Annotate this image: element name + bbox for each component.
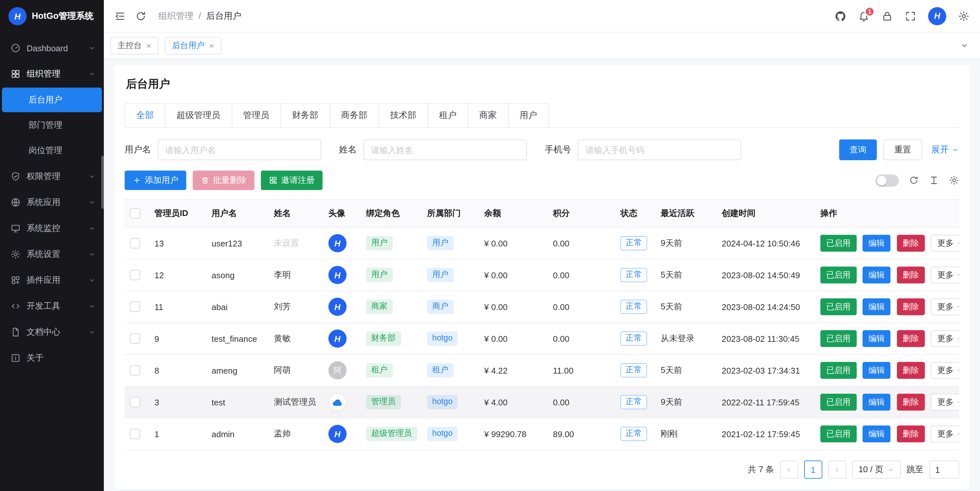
filter-tab[interactable]: 管理员 [231,103,281,127]
realname-input[interactable] [363,140,527,160]
enabled-button[interactable]: 已启用 [820,235,856,252]
sidebar-item-department[interactable]: 部门管理 [2,113,102,138]
cell-realname: 刘芳 [269,291,323,323]
more-button[interactable]: 更多 [931,394,959,411]
row-checkbox[interactable] [130,302,140,312]
invite-register-button[interactable]: 邀请注册 [261,171,323,190]
sidebar-item-plugin-app[interactable]: 插件应用 [0,267,104,293]
sidebar-item-doc-center[interactable]: 文档中心 [0,319,104,345]
edit-button[interactable]: 编辑 [862,394,891,411]
close-icon[interactable]: × [209,41,214,49]
filter-tab[interactable]: 商务部 [329,103,379,127]
sidebar-item-dashboard[interactable]: Dashboard [0,35,104,61]
filter-tab[interactable]: 超级管理员 [165,103,232,127]
delete-button[interactable]: 删除 [897,426,925,442]
sidebar-scrollbar[interactable] [101,156,104,209]
toggle-switch[interactable] [875,174,899,186]
app-logo[interactable]: H HotGo管理系统 [0,0,104,32]
query-button[interactable]: 查询 [839,140,877,160]
more-button[interactable]: 更多 [931,267,959,283]
sidebar-item-permission[interactable]: 权限管理 [0,164,104,189]
notifications-button[interactable]: 1 [858,10,870,22]
row-checkbox[interactable] [130,429,140,439]
close-icon[interactable]: × [146,41,151,49]
table-row[interactable]: 8 ameng 阿萌 阿 租户 租户 ¥ 4.22 11.00 正常 5天前 2… [125,354,959,386]
column-settings-icon[interactable] [949,175,959,186]
lock-screen-icon[interactable] [881,10,893,22]
edit-button[interactable]: 编辑 [862,330,891,347]
user-avatar[interactable]: H [928,7,946,25]
edit-button[interactable]: 编辑 [862,298,891,315]
edit-button[interactable]: 编辑 [862,426,891,442]
delete-button[interactable]: 删除 [897,235,925,252]
filter-tab[interactable]: 商家 [468,103,509,127]
delete-button[interactable]: 删除 [897,267,925,283]
filter-tab[interactable]: 租户 [427,103,468,127]
table-row[interactable]: 11 abai 刘芳 H 商家 商户 ¥ 0.00 0.00 正常 5天前 20… [125,291,959,323]
tab-chip[interactable]: 主控台 × [110,37,158,54]
github-icon[interactable] [835,10,846,22]
sidebar-item-system-app[interactable]: 系统应用 [0,189,104,215]
row-checkbox[interactable] [130,397,140,408]
enabled-button[interactable]: 已启用 [820,362,856,379]
sidebar-item-backend-users[interactable]: 后台用户 [2,87,102,112]
table-row[interactable]: 1 admin 孟帅 H 超级管理员 hotgo ¥ 99290.78 89.0… [125,418,959,450]
sidebar-item-post[interactable]: 岗位管理 [2,138,102,163]
row-checkbox[interactable] [130,270,140,281]
more-button[interactable]: 更多 [931,235,959,252]
more-button[interactable]: 更多 [931,426,959,442]
enabled-button[interactable]: 已启用 [820,298,856,315]
delete-button[interactable]: 删除 [897,298,925,315]
next-page-button[interactable] [828,461,846,479]
edit-button[interactable]: 编辑 [862,362,891,379]
edit-button[interactable]: 编辑 [862,267,891,283]
refresh-table-icon[interactable] [908,175,919,186]
enabled-button[interactable]: 已启用 [820,394,856,411]
username-input[interactable] [158,140,321,160]
sidebar-item-system-setting[interactable]: 系统设置 [0,241,104,267]
more-button[interactable]: 更多 [931,298,959,315]
delete-button[interactable]: 删除 [897,330,925,347]
row-height-icon[interactable] [929,175,939,186]
page-size-select[interactable]: 10 / 页 [852,461,901,479]
enabled-button[interactable]: 已启用 [820,267,856,283]
filter-tab[interactable]: 用户 [508,103,549,127]
menu-fold-icon[interactable] [114,10,126,22]
tab-chip[interactable]: 后台用户 × [165,37,221,54]
row-checkbox[interactable] [130,365,140,376]
edit-button[interactable]: 编辑 [862,235,891,252]
more-button[interactable]: 更多 [931,330,959,347]
table-row[interactable]: 9 test_finance 黄敏 H 财务部 hotgo ¥ 0.00 0.0… [125,323,959,354]
sidebar-item-about[interactable]: 关于 [0,345,104,371]
refresh-page-icon[interactable] [135,10,147,22]
reset-button[interactable]: 重置 [883,140,922,160]
batch-delete-button[interactable]: 批量删除 [193,171,255,190]
filter-tab[interactable]: 技术部 [379,103,428,127]
sidebar-item-organization[interactable]: 组织管理 [0,61,104,87]
settings-gear-icon[interactable] [958,10,970,22]
row-checkbox[interactable] [130,334,140,344]
table-row[interactable]: 13 user123 未设置 H 用户 用户 ¥ 0.00 0.00 正常 9天… [125,227,959,259]
enabled-button[interactable]: 已启用 [820,426,856,442]
more-button[interactable]: 更多 [931,362,959,379]
fullscreen-icon[interactable] [905,10,916,22]
table-row[interactable]: 3 test 测试管理员 管理员 hotgo ¥ 4.00 0.00 正常 9天… [125,386,959,418]
breadcrumb-item[interactable]: 组织管理 [158,10,193,22]
select-all-checkbox[interactable] [130,208,140,219]
delete-button[interactable]: 删除 [897,394,925,411]
delete-button[interactable]: 删除 [897,362,925,379]
row-checkbox[interactable] [130,238,140,249]
prev-page-button[interactable] [780,461,798,479]
add-user-button[interactable]: 添加用户 [125,171,186,190]
filter-tab[interactable]: 全部 [125,103,165,127]
filter-tab[interactable]: 财务部 [280,103,330,127]
tabs-more-button[interactable] [955,37,974,54]
table-row[interactable]: 12 asong 李明 H 用户 用户 ¥ 0.00 0.00 正常 5天前 2… [125,259,959,291]
phone-input[interactable] [578,140,741,160]
page-number-button[interactable]: 1 [804,461,822,479]
sidebar-item-dev-tools[interactable]: 开发工具 [0,293,104,319]
expand-filters-link[interactable]: 展开 [931,144,959,156]
sidebar-item-system-monitor[interactable]: 系统监控 [0,215,104,241]
enabled-button[interactable]: 已启用 [820,330,856,347]
jump-page-input[interactable] [929,461,959,479]
